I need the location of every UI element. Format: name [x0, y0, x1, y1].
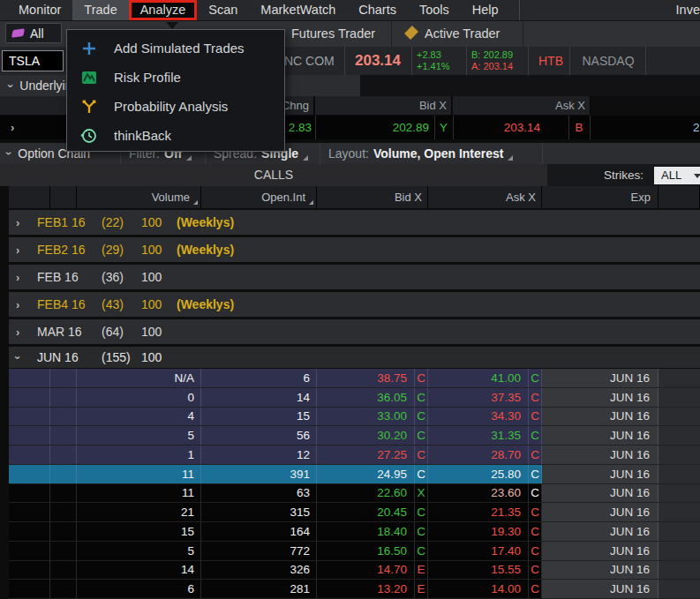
symbol-description: NC COM: [284, 47, 335, 75]
tab-monitor[interactable]: Monitor: [7, 0, 72, 20]
option-row[interactable]: 0 14 36.05 C 37.35 C JUN 16: [9, 388, 700, 408]
underlying-ask-exchange: B: [569, 116, 589, 139]
divider: [542, 143, 543, 164]
expiration-name: FEB2 16: [37, 243, 102, 257]
cell-empty: [50, 408, 77, 426]
cell-empty: [9, 484, 50, 503]
option-row[interactable]: 6 281 13.20 E 14.00 C JUN 16: [9, 580, 700, 599]
ask-exchange-cell: C: [529, 561, 542, 580]
underlying-col-bid[interactable]: Bid X: [315, 96, 452, 115]
tab-marketwatch[interactable]: MarketWatch: [249, 0, 347, 20]
column-header-bid[interactable]: Bid X: [317, 186, 428, 208]
ask-cell[interactable]: 21.35: [428, 503, 529, 521]
menu-item-risk-profile[interactable]: Risk Profile: [67, 63, 284, 92]
ask-exchange-cell: C: [529, 426, 542, 445]
expiration-row-feb1[interactable]: › FEB1 16 (22) 100 (Weeklys): [9, 210, 700, 235]
all-filter-button[interactable]: All: [5, 23, 62, 43]
expiration-cell: JUN 16: [542, 580, 659, 598]
expiration-row-jun-expanded[interactable]: › JUN 16 (155) 100: [9, 347, 700, 368]
contract-multiplier: 100: [141, 325, 177, 339]
option-row[interactable]: 5 772 16.50 C 17.40 C JUN 16: [9, 542, 700, 561]
probability-analysis-icon: [79, 97, 99, 116]
column-header-volume[interactable]: Volume: [77, 186, 201, 208]
cell-empty: [659, 369, 700, 387]
bid-cell[interactable]: 27.25: [317, 446, 415, 464]
expiration-row-mar[interactable]: › MAR 16 (64) 100: [9, 319, 700, 344]
option-row[interactable]: 15 164 18.40 C 19.30 C JUN 16: [9, 522, 700, 542]
column-header-ask[interactable]: Ask X: [428, 186, 542, 208]
bid-cell[interactable]: 20.45: [317, 503, 415, 521]
ask-cell[interactable]: 37.35: [428, 388, 529, 407]
option-row[interactable]: 1 12 27.25 C 28.70 C JUN 16: [9, 446, 700, 465]
bid-exchange-cell: C: [415, 388, 428, 407]
chevron-right-icon[interactable]: ›: [11, 116, 14, 139]
ask-cell[interactable]: 34.30: [428, 408, 529, 426]
corner-triangle-icon: [186, 155, 192, 161]
bid-cell[interactable]: 16.50: [317, 542, 415, 560]
open-interest-cell: 772: [201, 542, 317, 560]
futures-trader-button[interactable]: Futures Trader: [291, 20, 375, 47]
tab-trade[interactable]: Trade: [72, 0, 128, 20]
bid-cell[interactable]: 13.20: [317, 580, 415, 598]
menu-item-probability-analysis[interactable]: Probability Analysis: [67, 92, 284, 121]
ask-cell[interactable]: 15.55: [428, 561, 529, 580]
tab-analyze[interactable]: Analyze: [129, 0, 198, 20]
chevron-right-icon: ›: [16, 216, 19, 229]
option-row[interactable]: 5 56 30.20 C 31.35 C JUN 16: [9, 426, 700, 446]
bid-cell[interactable]: 24.95: [317, 465, 415, 483]
cell-empty: [659, 522, 700, 541]
bid-exchange-cell: X: [415, 484, 428, 503]
option-row[interactable]: 14 326 14.70 E 15.55 C JUN 16: [9, 561, 700, 580]
ask-cell[interactable]: 14.00: [428, 580, 529, 598]
bid-cell[interactable]: 33.00: [317, 408, 415, 426]
option-row-selected[interactable]: 11 391 24.95 C 25.80 C JUN 16: [9, 465, 700, 484]
column-header-exp[interactable]: Exp: [542, 186, 659, 208]
expiration-row-feb4[interactable]: › FEB4 16 (43) 100 (Weeklys): [9, 292, 700, 317]
cell-empty: [50, 484, 77, 503]
ask-cell[interactable]: 28.70: [428, 446, 529, 464]
bid-cell[interactable]: 22.60: [317, 484, 415, 503]
volume-cell: 0: [77, 388, 201, 407]
option-row[interactable]: 21 315 20.45 C 21.35 C JUN 16: [9, 503, 700, 522]
tab-invest-partial[interactable]: Inve: [676, 0, 700, 20]
ask-cell[interactable]: 41.00: [428, 369, 529, 387]
ask-cell[interactable]: 19.30: [428, 522, 529, 541]
bid-cell[interactable]: 30.20: [317, 426, 415, 445]
option-row[interactable]: N/A 6 38.75 C 41.00 C JUN 16: [9, 369, 700, 388]
ask-cell[interactable]: 23.60: [428, 484, 529, 503]
expiration-row-feb[interactable]: › FEB 16 (36) 100: [9, 265, 700, 289]
menu-item-thinkback[interactable]: thinkBack: [67, 121, 284, 150]
open-interest-cell: 164: [201, 522, 317, 541]
layout-value: Volume, Open Interest: [373, 143, 504, 164]
cell-empty: [9, 465, 50, 483]
active-trader-button[interactable]: Active Trader: [425, 20, 500, 47]
option-row[interactable]: 4 15 33.00 C 34.30 C JUN 16: [9, 408, 700, 427]
option-row[interactable]: 11 63 22.60 X 23.60 C JUN 16: [9, 484, 700, 504]
strikes-dropdown[interactable]: ALL: [654, 167, 700, 184]
layout-control[interactable]: Layout: Volume, Open Interest: [328, 143, 513, 164]
bid-cell[interactable]: 14.70: [317, 561, 415, 580]
cell-empty: [9, 446, 50, 464]
ask-cell[interactable]: 17.40: [428, 542, 529, 560]
strikes-label: Strikes:: [604, 164, 644, 186]
ask-exchange-cell: C: [529, 388, 542, 407]
ask-cell[interactable]: 31.35: [428, 426, 529, 445]
bid-cell[interactable]: 36.05: [317, 388, 415, 407]
bid-cell[interactable]: 38.75: [317, 369, 415, 387]
ask-cell[interactable]: 25.80: [428, 465, 529, 483]
column-header-open-interest[interactable]: Open.Int: [201, 186, 317, 208]
symbol-input[interactable]: TSLA: [2, 50, 64, 71]
tab-scan[interactable]: Scan: [197, 0, 249, 20]
underlying-col-ask[interactable]: Ask X: [453, 96, 591, 115]
cell-empty: [659, 542, 700, 560]
menu-item-add-simulated-trades[interactable]: Add Simulated Trades: [67, 34, 284, 63]
ask-exchange-cell: C: [529, 446, 542, 464]
tab-charts[interactable]: Charts: [347, 0, 408, 20]
thinkorswim-screen: Monitor Trade Analyze Scan MarketWatch C…: [0, 0, 700, 599]
bid-cell[interactable]: 18.40: [317, 522, 415, 541]
tab-help[interactable]: Help: [461, 0, 510, 20]
ask-exchange-cell: C: [529, 408, 542, 426]
tab-tools[interactable]: Tools: [408, 0, 461, 20]
sort-triangle-icon: [309, 200, 313, 205]
expiration-row-feb2[interactable]: › FEB2 16 (29) 100 (Weeklys): [9, 237, 700, 262]
